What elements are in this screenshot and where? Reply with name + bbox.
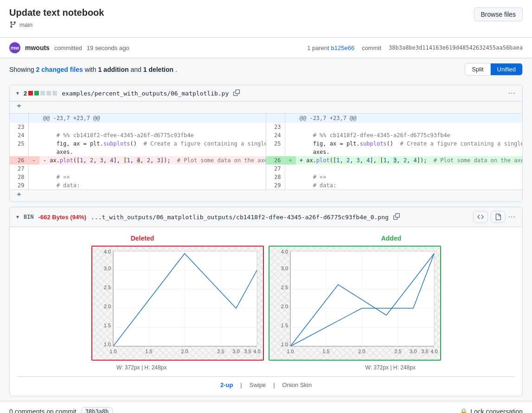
view-mode-swipe[interactable]: Swipe — [250, 381, 266, 388]
svg-text:4.0: 4.0 — [430, 349, 437, 354]
diff-summary: Showing 2 changed files with 1 addition … — [9, 66, 177, 73]
deleted-image-frame: 1.0 1.5 2.0 2.5 3.0 4.0 1.0 1.5 2.0 2.5 … — [91, 246, 264, 361]
avatar-initials: mw — [11, 45, 19, 51]
branch-name: main — [19, 21, 32, 28]
svg-text:4.0: 4.0 — [281, 249, 288, 254]
table-row: 27 — [266, 165, 522, 173]
file1-left-table: @@ -23,7 +23,7 @@ 23 24 # %% cb1418f2-df… — [10, 114, 266, 190]
hunk-header-row-left: @@ -23,7 +23,7 @@ — [10, 114, 266, 123]
expand-icon-bottom[interactable] — [16, 192, 22, 198]
branch-badge: main — [9, 21, 32, 28]
parent-hash-link[interactable]: b125e66 — [331, 44, 355, 51]
file2-code-icon[interactable] — [473, 211, 488, 223]
page-header: Update text notebook main Browse files — [0, 0, 532, 38]
view-mode-onion[interactable]: Onion Skin — [282, 381, 312, 388]
added-size: W: 372px | H: 248px — [365, 364, 416, 371]
diff-toolbar: Showing 2 changed files with 1 addition … — [0, 58, 532, 80]
file1-expand-top — [10, 102, 522, 114]
split-view-button[interactable]: Split — [465, 64, 490, 75]
table-row: 23 — [10, 123, 266, 131]
table-row: 23 — [266, 123, 522, 131]
browse-files-button[interactable]: Browse files — [474, 7, 523, 21]
comments-label: 0 comments on commit — [9, 408, 77, 413]
table-row: 24 # %% cb1418f2-dfee-4345-a26f-d6775c93… — [10, 131, 266, 140]
svg-text:3.5: 3.5 — [421, 349, 428, 354]
added-label: Added — [381, 235, 402, 242]
page-footer: 0 comments on commit 38b3a8b 🔒 Lock conv… — [0, 401, 532, 413]
file1-right-side: @@ -23,7 +23,7 @@ 23 24 # %% cb1418f2-df… — [266, 114, 522, 190]
table-row: 26 + + ax.plot([1, 2, 3, 4], [1, 3, 2, 4… — [266, 156, 522, 165]
svg-text:1.0: 1.0 — [103, 342, 110, 347]
svg-text:1.0: 1.0 — [109, 349, 116, 354]
file2-diff: ▾ BIN -662 Bytes (94%) ...t_with_outputs… — [9, 207, 523, 396]
table-row: 28 # «» — [10, 173, 266, 181]
view-mode-2up[interactable]: 2-up — [220, 381, 233, 388]
file2-copy-icon[interactable] — [393, 213, 400, 221]
svg-text:2.5: 2.5 — [281, 285, 288, 290]
file1-chevron-icon[interactable]: ▾ — [16, 90, 19, 96]
commit-hash: 38b3a8be3d114163e619d48542632455aa56baea — [389, 44, 523, 51]
added-image-frame: 1.0 1.5 2.0 2.5 3.0 4.0 1.0 1.5 2.0 2.5 … — [269, 246, 441, 361]
table-row: 24 # %% cb1418f2-dfee-4345-a26f-d6775c93… — [266, 131, 522, 140]
file1-copy-icon[interactable] — [233, 89, 240, 97]
lock-label: Lock conversation — [470, 408, 523, 413]
table-row: 25 fig, ax = plt.subplots() # Create a f… — [266, 140, 522, 148]
file2-more-icon[interactable]: ··· — [508, 213, 516, 221]
author-action: committed — [54, 44, 82, 51]
svg-text:1.5: 1.5 — [103, 323, 110, 328]
file2-diff-icons: ··· — [473, 211, 516, 223]
svg-text:1.5: 1.5 — [322, 349, 329, 354]
file1-right-table: @@ -23,7 +23,7 @@ 23 24 # %% cb1418f2-df… — [266, 114, 522, 190]
file1-diff: ▾ 2 examples/percent_with_outputs/06_mat… — [9, 85, 523, 202]
hunk-header-row-right: @@ -23,7 +23,7 @@ — [266, 114, 522, 123]
changed-files-link[interactable]: 2 changed files — [36, 66, 83, 73]
svg-text:3.0: 3.0 — [410, 349, 417, 354]
svg-text:4.0: 4.0 — [253, 349, 260, 354]
lock-conversation-button[interactable]: 🔒 Lock conversation — [460, 408, 523, 413]
commit-title: Update text notebook — [9, 7, 104, 18]
file1-more-icon[interactable]: ··· — [508, 89, 516, 97]
svg-text:3.0: 3.0 — [103, 266, 110, 271]
stat-square-gray3 — [52, 91, 57, 95]
svg-text:3.0: 3.0 — [281, 266, 288, 271]
lock-icon: 🔒 — [460, 408, 468, 413]
author-row: mw mwouts committed 19 seconds ago 1 par… — [0, 38, 532, 58]
file1-path: examples/percent_with_outputs/06_matplot… — [62, 90, 229, 97]
stat-square-gray2 — [46, 91, 51, 95]
svg-text:3.5: 3.5 — [244, 349, 251, 354]
file2-diff-header: ▾ BIN -662 Bytes (94%) ...t_with_outputs… — [10, 207, 522, 227]
expand-icon-top[interactable] — [16, 103, 22, 110]
svg-text:2.0: 2.0 — [358, 349, 365, 354]
svg-rect-27 — [290, 251, 434, 346]
img-size-row: W: 372px | H: 248px W: 372px | H: 248px — [17, 364, 515, 371]
unified-view-button[interactable]: Unified — [491, 64, 522, 75]
parent-label: 1 parent b125e66 — [307, 44, 354, 51]
svg-text:2.5: 2.5 — [217, 349, 224, 354]
author-time: 19 seconds ago — [87, 44, 129, 51]
file2-chevron-icon[interactable]: ▾ — [16, 214, 19, 220]
deleted-chart: 1.0 1.5 2.0 2.5 3.0 4.0 1.0 1.5 2.0 2.5 … — [92, 247, 264, 361]
file1-header-left: ▾ 2 examples/percent_with_outputs/06_mat… — [16, 89, 240, 97]
commit-meta: 1 parent b125e66 commit 38b3a8be3d114163… — [307, 44, 523, 51]
author-name: mwouts — [25, 44, 50, 51]
table-row: axes. — [266, 148, 522, 156]
author-info: mw mwouts committed 19 seconds ago — [9, 42, 129, 53]
table-row: axes. — [10, 148, 266, 156]
svg-text:2.0: 2.0 — [103, 304, 110, 309]
img-pair: 1.0 1.5 2.0 2.5 3.0 4.0 1.0 1.5 2.0 2.5 … — [17, 246, 515, 361]
view-mode-row: 2-up | Swipe | Onion Skin — [17, 376, 515, 388]
file2-file-icon[interactable] — [491, 211, 506, 223]
table-row: 29 # data: — [10, 181, 266, 190]
svg-text:2.0: 2.0 — [281, 304, 288, 309]
img-diff-container: Deleted Added — [10, 227, 522, 396]
table-row: 26 - - ax.plot([1, 2, 3, 4], [1, 4, 2, 3… — [10, 156, 266, 165]
file1-split-diff: @@ -23,7 +23,7 @@ 23 24 # %% cb1418f2-df… — [10, 114, 522, 190]
svg-text:4.0: 4.0 — [103, 249, 110, 254]
comments-count: 0 comments on commit 38b3a8b — [9, 407, 113, 413]
bin-badge: BIN — [24, 214, 34, 220]
stat-square-green — [34, 91, 39, 95]
deleted-size: W: 372px | H: 248px — [116, 364, 167, 371]
svg-text:2.5: 2.5 — [103, 285, 110, 290]
bytes-badge: -662 Bytes (94%) — [38, 214, 86, 221]
svg-rect-2 — [113, 251, 257, 346]
